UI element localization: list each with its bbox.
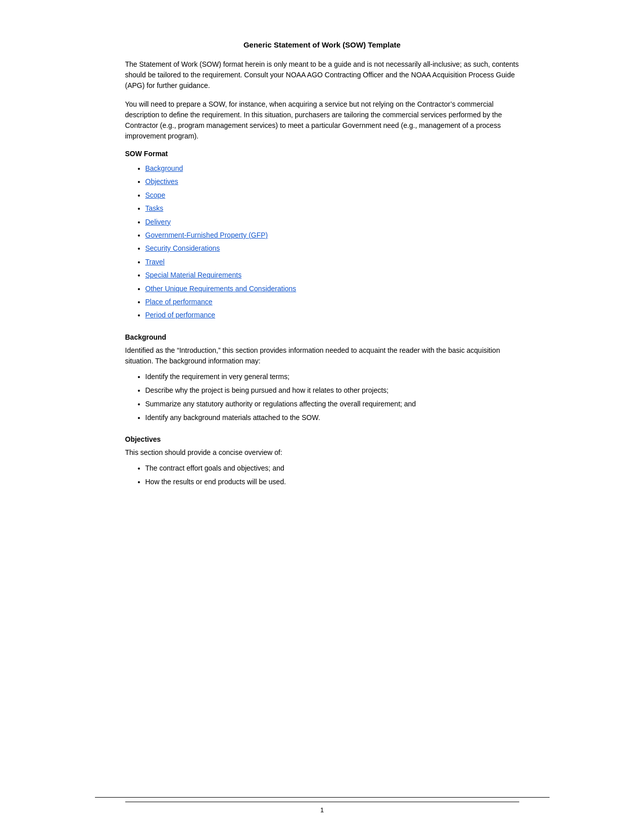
toc-item-scope: Scope bbox=[145, 190, 519, 201]
toc-link-objectives[interactable]: Objectives bbox=[145, 177, 178, 186]
objectives-item-2: How the results or end products will be … bbox=[145, 477, 519, 487]
toc-item-gfp: Government-Furnished Property (GFP) bbox=[145, 229, 519, 241]
intro-paragraph-1: The Statement of Work (SOW) format herei… bbox=[125, 59, 519, 91]
background-heading: Background bbox=[125, 333, 519, 341]
background-item-2: Describe why the project is being pursue… bbox=[145, 385, 519, 396]
page-number: 1 bbox=[320, 806, 324, 814]
toc-link-travel[interactable]: Travel bbox=[145, 258, 165, 266]
toc-link-place[interactable]: Place of performance bbox=[145, 298, 213, 306]
toc-link-tasks[interactable]: Tasks bbox=[145, 204, 164, 212]
section-background: Background Identified as the “Introducti… bbox=[125, 333, 519, 423]
toc-link-background[interactable]: Background bbox=[145, 164, 183, 172]
objectives-item-1: The contract effort goals and objectives… bbox=[145, 463, 519, 474]
toc-item-other: Other Unique Requirements and Considerat… bbox=[145, 283, 519, 294]
toc-link-delivery[interactable]: Delivery bbox=[145, 218, 171, 226]
toc-link-period[interactable]: Period of performance bbox=[145, 311, 216, 319]
toc-item-special: Special Material Requirements bbox=[145, 269, 519, 281]
toc-link-other[interactable]: Other Unique Requirements and Considerat… bbox=[145, 285, 296, 293]
intro-paragraph-2: You will need to prepare a SOW, for inst… bbox=[125, 99, 519, 142]
toc-list: Background Objectives Scope Tasks Delive… bbox=[145, 163, 519, 321]
toc-link-scope[interactable]: Scope bbox=[145, 191, 166, 199]
toc-item-tasks: Tasks bbox=[145, 203, 519, 214]
page-container: Generic Statement of Work (SOW) Template… bbox=[95, 0, 550, 834]
toc-link-gfp[interactable]: Government-Furnished Property (GFP) bbox=[145, 231, 268, 239]
background-item-4: Identify any background materials attach… bbox=[145, 412, 519, 423]
background-item-1: Identify the requirement in very general… bbox=[145, 372, 519, 382]
section-objectives: Objectives This section should provide a… bbox=[125, 435, 519, 487]
background-text: Identified as the “Introduction,” this s… bbox=[125, 345, 519, 366]
objectives-text: This section should provide a concise ov… bbox=[125, 447, 519, 458]
toc-item-delivery: Delivery bbox=[145, 216, 519, 227]
toc-link-special[interactable]: Special Material Requirements bbox=[145, 271, 242, 279]
footer-line: 1 bbox=[125, 802, 519, 814]
toc-item-security: Security Considerations bbox=[145, 243, 519, 254]
toc-item-place: Place of performance bbox=[145, 296, 519, 307]
page-title: Generic Statement of Work (SOW) Template bbox=[125, 40, 519, 49]
objectives-list: The contract effort goals and objectives… bbox=[145, 463, 519, 487]
page-footer: 1 bbox=[95, 797, 550, 814]
sow-format-heading: SOW Format bbox=[125, 150, 519, 158]
background-item-3: Summarize any statutory authority or reg… bbox=[145, 399, 519, 409]
toc-item-travel: Travel bbox=[145, 256, 519, 267]
toc-link-security[interactable]: Security Considerations bbox=[145, 244, 220, 252]
toc-item-period: Period of performance bbox=[145, 309, 519, 320]
toc-item-background: Background bbox=[145, 163, 519, 174]
toc-item-objectives: Objectives bbox=[145, 176, 519, 187]
objectives-heading: Objectives bbox=[125, 435, 519, 443]
background-list: Identify the requirement in very general… bbox=[145, 372, 519, 423]
